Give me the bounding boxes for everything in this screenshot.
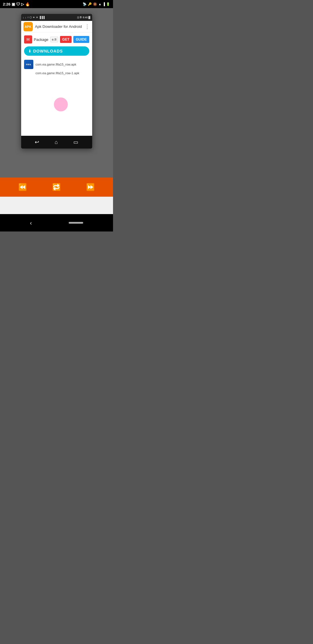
signal-icon: ▐ (103, 2, 105, 6)
download-filename-2: com.ea.game.fifa15_row-1.apk (36, 71, 79, 75)
dl-icon-1: ↓ (23, 16, 24, 19)
dl-icon-2: ↓ (25, 16, 26, 19)
app-title: Apk Downloader for Android (35, 24, 82, 29)
repeat-button[interactable]: 🔁 (52, 183, 61, 191)
downloads-bar[interactable]: ⬇ DOWNLOADS (24, 46, 89, 56)
get-button[interactable]: GET (60, 36, 72, 43)
download-list: FIFA com.ea.game.fifa15_row.apk com.ea.g… (21, 57, 92, 78)
phone-time: 오후 8:40 (77, 16, 88, 19)
phone-battery-icon: ▓ (88, 16, 90, 19)
key-icon: 🔑 (88, 2, 92, 6)
download-item-1[interactable]: FIFA com.ea.game.fifa15_row.apk (24, 59, 89, 70)
package-label: Package (34, 37, 49, 42)
package-section: ✉ Package GET GUIDE (21, 32, 92, 45)
gamepad-icon: ▷ (21, 2, 24, 6)
phone-status-bar: ↓ ↓ ⑂ ⬡ ✶ ✕ ▐▐▐ 오후 8:40 ▓ (21, 14, 92, 21)
phone-window: ↓ ↓ ⑂ ⬡ ✶ ✕ ▐▐▐ 오후 8:40 ▓ APK Apk Downlo… (21, 14, 92, 149)
empty-content-area (21, 78, 92, 136)
status-bar: 2:26 ▣ 🛡 ▷ 🔥 📡 🔑 🔕 ▲ ▐ 🔋 (0, 0, 113, 8)
status-right: 📡 🔑 🔕 ▲ ▐ 🔋 (83, 2, 110, 6)
guide-button[interactable]: GUIDE (73, 36, 89, 43)
fire-icon: 🔥 (25, 2, 30, 6)
download-item-2[interactable]: com.ea.game.fifa15_row-1.apk (24, 70, 89, 76)
background-area: ↓ ↓ ⑂ ⬡ ✶ ✕ ▐▐▐ 오후 8:40 ▓ APK Apk Downlo… (0, 8, 113, 178)
wifi-icon: ▲ (98, 2, 101, 6)
fast-forward-button[interactable]: ⏩ (86, 183, 95, 191)
share-icon: ⬡ (30, 16, 32, 19)
package-input[interactable] (50, 37, 58, 42)
three-dots-menu[interactable]: ⋮ (85, 23, 90, 30)
usb-icon: ⑂ (27, 16, 29, 19)
app-topbar: APK Apk Downloader for Android ⋮ (21, 21, 92, 32)
cross-icon: ✕ (36, 16, 38, 19)
envelope-icon: ✉ (24, 35, 32, 44)
phone-status-time-area: 오후 8:40 ▓ (77, 16, 90, 19)
shield-icon: 🛡 (16, 2, 20, 6)
status-left: 2:26 ▣ 🛡 ▷ 🔥 (3, 2, 30, 6)
bottom-navigation: ‹ (0, 214, 113, 231)
recents-nav-button[interactable]: ▭ (73, 139, 78, 145)
time-display: 2:26 (3, 2, 10, 6)
download-filename-1: com.ea.game.fifa15_row.apk (36, 63, 77, 66)
downloads-icon: ⬇ (28, 49, 32, 53)
game-thumbnail: FIFA (24, 60, 33, 69)
home-nav-button[interactable]: ⌂ (55, 139, 58, 145)
battery-icon: 🔋 (106, 2, 110, 6)
bell-off-icon: 🔕 (93, 2, 97, 6)
cast-icon: 📡 (83, 2, 87, 6)
light-gray-strip (0, 197, 113, 214)
bars-icon: ▐▐▐ (39, 16, 45, 19)
bt-icon: ✶ (33, 16, 35, 19)
phone-navbar: ↩ ⌂ ▭ (21, 136, 92, 149)
back-button[interactable]: ‹ (30, 220, 32, 226)
media-bar: ⏪ 🔁 ⏩ (0, 178, 113, 197)
back-nav-button[interactable]: ↩ (35, 139, 39, 145)
phone-status-icons: ↓ ↓ ⑂ ⬡ ✶ ✕ ▐▐▐ (23, 16, 45, 19)
app-icon: APK (23, 22, 33, 31)
rewind-button[interactable]: ⏪ (18, 183, 27, 191)
downloads-label: DOWNLOADS (33, 49, 63, 53)
home-pill[interactable] (69, 222, 83, 224)
screenshot-icon: ▣ (12, 2, 15, 6)
